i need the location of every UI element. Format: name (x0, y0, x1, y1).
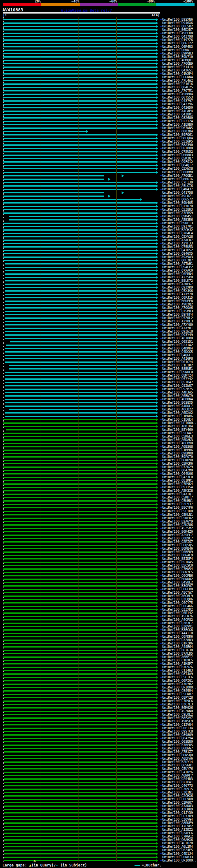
alignment-row[interactable]: UniRef100_C7HW54 (0, 567, 197, 570)
hit-bar[interactable] (3, 721, 156, 722)
hit-bar[interactable] (3, 155, 156, 156)
alignment-row[interactable]: UniRef100_A5B3R6 (0, 218, 197, 221)
hit-bar[interactable] (5, 294, 156, 295)
hit-bar[interactable] (3, 497, 156, 498)
hit-bar[interactable] (3, 175, 104, 177)
hit-label[interactable]: UniRef100_C4D1J4 (162, 852, 193, 856)
hit-bar[interactable] (3, 724, 156, 725)
alignment-row[interactable]: UniRef100_A7PRS9 (0, 211, 197, 215)
hit-bar[interactable] (5, 297, 156, 298)
hit-bar[interactable] (9, 216, 156, 217)
hit-bar[interactable] (5, 287, 156, 288)
hit-bar[interactable] (4, 816, 156, 817)
alignment-row[interactable]: UniRef100_B5CSC0 (0, 564, 197, 567)
hit-label[interactable]: UniRef100_B0NDR2 (162, 577, 193, 581)
hit-label[interactable]: UniRef100_A5B3R6 (162, 218, 193, 221)
hit-bar[interactable] (3, 226, 156, 227)
alignment-row[interactable]: UniRef100_C6Z4F5 (0, 848, 197, 852)
hit-bar[interactable] (3, 236, 156, 238)
hit-bar[interactable] (3, 73, 156, 74)
hit-bar[interactable] (3, 558, 156, 559)
hit-bar[interactable] (3, 131, 86, 132)
hit-bar[interactable] (3, 66, 156, 68)
hit-bar[interactable] (9, 219, 156, 220)
hit-bar[interactable] (5, 399, 156, 400)
alignment-row[interactable]: UniRef100_Q06572 (0, 198, 197, 201)
hit-bar[interactable] (3, 673, 156, 675)
hit-bar[interactable] (5, 277, 156, 278)
hit-label[interactable]: UniRef100_Q06572 (162, 198, 193, 201)
hit-bar[interactable] (4, 785, 156, 786)
hit-label[interactable]: UniRef100_B6W7C5 (162, 570, 193, 574)
hit-bar[interactable] (3, 23, 156, 24)
hit-bar[interactable] (3, 87, 156, 88)
hit-bar[interactable] (3, 165, 156, 166)
hit-bar[interactable] (4, 829, 156, 831)
hit-bar[interactable] (3, 548, 156, 549)
hit-bar[interactable] (3, 145, 156, 146)
hit-bar[interactable] (3, 172, 156, 173)
alignment-row[interactable]: UniRef100_C0BFU9 (0, 550, 197, 554)
hit-bar[interactable] (3, 643, 156, 644)
hit-bar[interactable] (4, 809, 156, 810)
hit-bar[interactable] (3, 633, 156, 634)
hit-bar[interactable] (4, 772, 156, 773)
hit-bar[interactable] (3, 60, 156, 61)
hit-bar[interactable] (4, 853, 156, 855)
hit-label[interactable]: UniRef100_Q9M4S1 (162, 215, 193, 218)
alignment-row[interactable]: UniRef100_B9RFI3 (0, 221, 197, 225)
hit-bar[interactable] (4, 833, 156, 834)
hit-label[interactable]: UniRef100_C5Z8H3 (162, 208, 193, 211)
alignment-row[interactable]: UniRef100_Q704F4 (0, 231, 197, 235)
hit-bar[interactable] (5, 331, 156, 332)
hit-bar[interactable] (3, 477, 156, 478)
hit-bar[interactable] (3, 158, 156, 159)
hit-bar[interactable] (5, 307, 156, 309)
hit-label[interactable]: UniRef100_A2SPC7 (162, 533, 193, 537)
hit-bar[interactable] (3, 114, 156, 115)
hit-bar[interactable] (3, 179, 104, 180)
hit-label[interactable]: UniRef100_C0BFU9 (162, 550, 193, 554)
hit-bar[interactable] (3, 623, 156, 624)
alignment-row[interactable]: UniRef100_B0KB46 (0, 547, 197, 550)
hit-label[interactable]: UniRef100_Q4W437 (162, 188, 193, 191)
hit-bar[interactable] (3, 494, 156, 495)
hit-bar[interactable] (3, 714, 156, 715)
hit-bar[interactable] (3, 660, 156, 661)
hit-bar[interactable] (3, 538, 156, 539)
hit-bar[interactable] (3, 121, 156, 122)
alignment-row[interactable]: UniRef100_A7QQB1 (0, 174, 197, 177)
hit-bar[interactable] (3, 690, 156, 691)
hit-bar[interactable] (5, 372, 156, 373)
hit-bar[interactable] (3, 229, 156, 230)
hit-bar[interactable] (3, 450, 156, 451)
hit-bar[interactable] (3, 223, 156, 224)
alignment-row[interactable]: UniRef100_C5KFD2 (0, 516, 197, 520)
hit-bar[interactable] (3, 670, 156, 671)
hit-label[interactable]: UniRef100_A5Z5M2 (162, 527, 193, 530)
hit-bar[interactable] (5, 412, 156, 413)
hit-bar[interactable] (3, 518, 156, 519)
alignment-row[interactable]: UniRef100_A9LRZ1 (0, 194, 197, 198)
hit-bar[interactable] (3, 592, 156, 593)
alignment-row[interactable]: UniRef100_B2A6Y9 (0, 520, 197, 523)
hit-bar[interactable] (3, 84, 156, 85)
hit-bar[interactable] (3, 148, 156, 149)
alignment-row[interactable]: UniRef100_C5XWX8 (0, 167, 197, 170)
hit-bar[interactable] (3, 738, 156, 739)
alignment-row[interactable]: UniRef100_C5Z8H3 (0, 208, 197, 211)
hit-bar[interactable] (3, 168, 156, 169)
hit-label[interactable]: UniRef100_B5CSC0 (162, 564, 193, 567)
hit-label[interactable]: UniRef100_A7QQB1 (162, 174, 193, 177)
hit-bar[interactable] (3, 602, 156, 603)
hit-bar[interactable] (3, 684, 156, 685)
alignment-row[interactable]: UniRef100_Q8H616 (0, 177, 197, 181)
alignment-row[interactable]: UniRef100_B9I701 (0, 225, 197, 228)
hit-bar[interactable] (3, 260, 156, 261)
alignment-row[interactable]: UniRef100_A5LGI6 (0, 184, 197, 188)
hit-bar[interactable] (5, 290, 156, 291)
hit-bar[interactable] (6, 429, 156, 430)
hit-label[interactable]: UniRef100_C5XV28 (162, 235, 193, 238)
hit-bar[interactable] (3, 507, 156, 508)
alignment-row[interactable]: UniRef100_B0GAF9 (0, 554, 197, 557)
